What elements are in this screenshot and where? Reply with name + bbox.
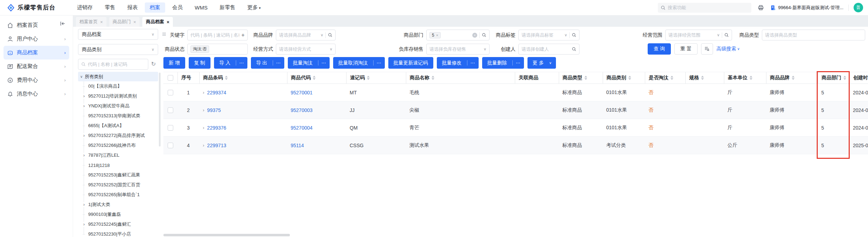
col-name[interactable]: 商品名称 [406,72,515,83]
copy-button[interactable]: 复 制 [189,57,210,69]
sidebar-collapse-icon[interactable] [59,20,66,27]
col-spec[interactable]: 规格 [685,72,724,83]
goods-tag-select[interactable]: 请选择商品标签 ∨ [518,30,579,40]
close-icon[interactable]: × [134,19,136,25]
sort-icon[interactable] [701,76,704,80]
col-department[interactable]: 商品部门 [818,72,849,83]
refresh-icon[interactable]: ↻ [151,61,156,67]
sidebar-item-message-center[interactable]: 消息中心 › [4,87,69,101]
nav-item-new-retail[interactable]: 新零售 [215,2,240,13]
code-link[interactable]: 95270003 [291,107,312,113]
print-icon[interactable] [756,3,765,12]
negative-stock-select[interactable]: 请选择负库存销售 ∨ [426,44,490,55]
sidebar-item-expense-center[interactable]: 费用中心 › [4,73,69,87]
code-link[interactable]: 95270001 [291,90,312,95]
tree-node[interactable]: 95270152266|战神吕布 [82,141,158,150]
search-icon[interactable] [724,33,729,37]
category-search-input[interactable] [88,62,141,67]
tree-node[interactable]: ›95270152272|商品排序测试 [82,131,158,141]
chevron-right-icon[interactable]: › [82,94,86,99]
import-button[interactable]: 导 入⋯ [214,57,247,69]
col-unit[interactable]: 基本单位 [724,72,766,83]
tree-node[interactable]: 95270152265|制单组合`1 [82,190,158,200]
department-select[interactable]: 5× × [426,30,490,40]
tree-node[interactable]: 6655|【A测试A】 [82,121,158,131]
tree-node[interactable]: 95270152230|平小店 [82,229,158,237]
global-search[interactable] [658,3,751,13]
category-mode-select[interactable]: 商品类别 ∨ [78,44,158,55]
tree-node[interactable]: 95270152253|鑫鲜汇蔬果 [82,170,158,180]
query-button[interactable]: 查 询 [648,43,671,55]
nav-item-retail[interactable]: 零售 [100,2,120,13]
brand-select[interactable]: 请选择商品品牌 ∨ [276,30,336,40]
nav-item-more[interactable]: 更多▾ [242,2,266,13]
creator-input[interactable]: 请选择创建人 [518,44,579,55]
sidebar-item-goods-archive[interactable]: 商品档案 › [4,46,69,60]
goods-type-input[interactable]: 请选择商品类型 [762,30,865,40]
barcode-link[interactable]: 2299374 [207,90,226,95]
chevron-right-icon[interactable]: › [82,222,86,227]
chevron-right-icon[interactable]: › [82,104,86,108]
row-checkbox[interactable] [168,90,173,95]
chevron-right-icon[interactable]: › [82,133,86,138]
nav-item-archive[interactable]: 档案 [145,2,165,13]
tree-node[interactable]: ›95270152245|鑫鲜汇 [82,219,158,229]
add-button[interactable]: 新 增 [163,57,185,69]
select-all-checkbox[interactable] [168,75,173,81]
tree-node[interactable]: ›78787|江西LEL [82,150,158,160]
sort-icon[interactable] [792,76,795,80]
col-brand[interactable]: 商品品牌 [766,72,818,83]
app-logo[interactable]: 乐檬零售后台 [0,4,69,12]
nav-item-purchase-sale[interactable]: 进销存 [72,2,98,13]
row-checkbox[interactable] [168,107,173,113]
panel-scrollbar[interactable] [159,73,161,146]
table-row[interactable]: 4 ›2299713 95114 CSSG 测试水果 标准商品 考试分类 否 公… [163,137,868,154]
col-obsolete[interactable]: 是否淘汰 [645,72,685,83]
sort-icon[interactable] [671,76,673,80]
tab-archive-home[interactable]: 档案首页× [76,17,106,27]
col-category[interactable]: 商品类别 [603,72,645,83]
tree-node[interactable]: ›YNDX|测试翌牛商品 [82,101,158,111]
sort-icon[interactable] [628,76,631,80]
status-select[interactable]: 淘汰:否 [187,44,248,55]
col-shortcut[interactable]: 速记码 [346,72,406,83]
global-search-input[interactable] [668,5,741,10]
close-icon[interactable]: × [436,33,438,37]
more-options-icon[interactable]: ⋯ [236,60,247,66]
sort-icon[interactable] [225,76,228,80]
tree-node[interactable]: ›95270112|培训测试类别 [82,91,158,101]
row-checkbox[interactable] [168,143,173,148]
sort-icon[interactable] [432,76,434,80]
barcode-link[interactable]: 99375 [207,107,221,113]
nav-item-report[interactable]: 报表 [122,2,143,13]
tree-node-all-categories[interactable]: ∨ 所有类别 [78,72,158,81]
more-options-icon[interactable]: ⋯ [373,60,385,66]
batch-obsolete-button[interactable]: 批量淘汰⋯ [288,57,330,69]
archive-type-select[interactable]: 商品档案 ∨ [78,29,158,40]
panel-splitter-icon[interactable] [162,32,167,37]
nav-item-member[interactable]: 会员 [167,2,188,13]
sort-icon[interactable] [843,76,846,80]
sort-icon[interactable] [750,76,752,80]
batch-edit-button[interactable]: 批量修改⋯ [437,57,479,69]
tree-node[interactable]: 9900103|董鑫磊 [82,210,158,219]
close-icon[interactable]: × [167,19,169,25]
chevron-right-icon[interactable]: › [82,202,86,207]
avatar[interactable]: 普 [854,3,863,12]
expand-row-icon[interactable]: › [203,107,204,113]
clear-icon[interactable]: × [472,33,477,38]
search-icon[interactable] [572,33,576,37]
expand-row-icon[interactable]: › [203,90,204,95]
sort-icon[interactable] [367,76,370,80]
code-link[interactable]: 95114 [291,143,304,148]
expand-row-icon[interactable]: › [203,125,204,130]
tab-goods-department[interactable]: 商品部门× [109,17,140,27]
batch-update-shortcut-button[interactable]: 批量更新速记码 [388,57,433,69]
table-row[interactable]: 3 ›2299376 95270004 QM 青芒 标准商品 0101水果 否 … [163,119,868,137]
horizontal-scrollbar[interactable] [163,234,290,236]
close-icon[interactable]: × [100,19,103,25]
col-type[interactable]: 商品类型 [559,72,603,83]
tree-node[interactable]: 95270152313|华南测试类 [82,111,158,121]
more-actions-button[interactable]: 更 多∨ [527,57,556,69]
plus-icon[interactable]: + [241,32,245,38]
